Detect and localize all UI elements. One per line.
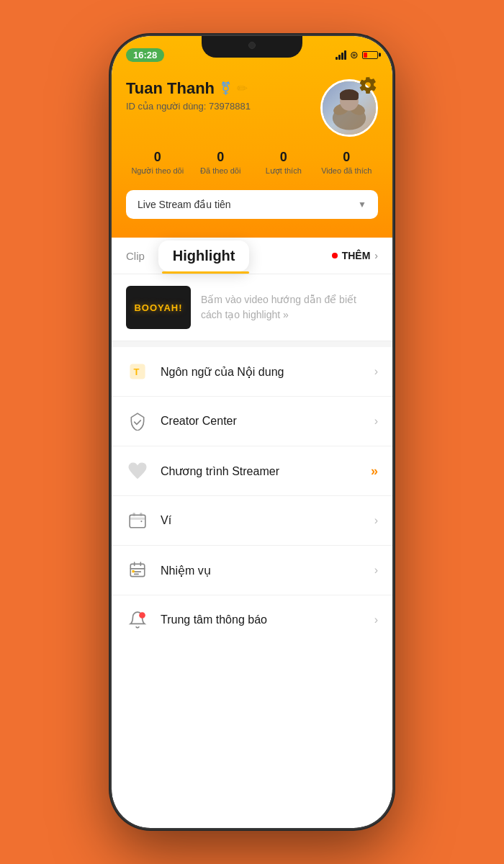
wallet-icon xyxy=(128,511,147,530)
svg-text:T: T xyxy=(134,366,140,377)
highlight-description: Bấm vào video hướng dẫn để biết cách tạo… xyxy=(201,292,378,323)
menu-item-language[interactable]: T Ngôn ngữ của Nội dung › xyxy=(112,347,392,397)
tasks-icon xyxy=(128,561,147,580)
creator-icon-wrapper xyxy=(126,410,149,433)
creator-icon xyxy=(128,412,147,431)
notifications-label: Trung tâm thông báo xyxy=(161,613,363,626)
streamer-icon-wrapper xyxy=(126,459,149,482)
profile-name: Tuan Thanh xyxy=(126,79,215,98)
stats-row: 0 Người theo dõi 0 Đã theo dõi 0 Lượt th… xyxy=(126,143,378,183)
stat-liked-videos[interactable]: 0 Video đã thích xyxy=(315,150,379,176)
tab-clip[interactable]: Clip xyxy=(126,238,145,274)
content-area: BOOYAH! Bấm vào video hướng dẫn để biết … xyxy=(112,274,392,644)
svg-rect-10 xyxy=(130,518,145,520)
streamer-icon xyxy=(128,462,147,480)
profile-id: ID của người dùng: 73978881 xyxy=(126,101,320,112)
notifications-icon-wrapper xyxy=(126,608,149,631)
wifi-icon: ⊛ xyxy=(350,49,359,60)
stat-following[interactable]: 0 Đã theo dõi xyxy=(189,150,253,176)
creator-label: Creator Center xyxy=(161,415,363,428)
battery-fill xyxy=(364,53,367,58)
menu-item-tasks[interactable]: Nhiệm vụ › xyxy=(112,546,392,595)
language-chevron-icon: › xyxy=(374,365,378,378)
following-label: Đã theo dõi xyxy=(189,166,253,175)
profile-main: Tuan Thanh ⚧ ✏ ID của người dùng: 739788… xyxy=(126,79,378,137)
dropdown-arrow-icon: ▼ xyxy=(358,199,366,210)
profile-info: Tuan Thanh ⚧ ✏ ID của người dùng: 739788… xyxy=(126,79,320,123)
tasks-chevron-icon: › xyxy=(374,564,378,577)
wallet-chevron-icon: › xyxy=(374,514,378,527)
wallet-label: Ví xyxy=(161,514,363,527)
svg-rect-11 xyxy=(133,513,135,516)
streamer-label: Chương trình Streamer xyxy=(161,464,359,478)
menu-item-notifications[interactable]: Trung tâm thông báo › xyxy=(112,595,392,644)
tasks-icon-wrapper xyxy=(126,559,149,582)
stat-likes[interactable]: 0 Lượt thích xyxy=(252,150,315,176)
tabs-section: Clip Highlight THÊM › xyxy=(112,238,392,274)
add-chevron-icon: › xyxy=(374,250,378,261)
svg-rect-14 xyxy=(132,570,134,572)
likes-label: Lượt thích xyxy=(252,166,315,176)
notifications-chevron-icon: › xyxy=(374,613,378,626)
likes-count: 0 xyxy=(252,150,315,165)
gear-icon xyxy=(359,76,377,94)
tabs-left: Clip Highlight xyxy=(126,238,249,274)
camera xyxy=(248,42,256,49)
svg-rect-12 xyxy=(140,513,142,516)
bell-icon xyxy=(128,611,147,629)
tab-clip-label: Clip xyxy=(126,250,145,262)
streamer-chevron-icon: » xyxy=(371,464,378,479)
liked-videos-label: Video đã thích xyxy=(315,166,379,175)
language-icon: T xyxy=(128,362,147,381)
tasks-label: Nhiệm vụ xyxy=(161,564,363,577)
wallet-icon-wrapper xyxy=(126,509,149,532)
edit-icon[interactable]: ✏ xyxy=(237,81,248,96)
highlight-tooltip: Highlight xyxy=(158,240,250,271)
followers-label: Người theo dõi xyxy=(126,166,189,176)
svg-rect-9 xyxy=(130,515,145,527)
status-icons: ⊛ xyxy=(336,49,378,60)
settings-button[interactable] xyxy=(356,73,379,96)
tab-highlight[interactable]: Highlight xyxy=(162,238,250,274)
phone-screen: 16:28 ⊛ xyxy=(112,36,392,828)
tab-active-bar xyxy=(162,271,250,274)
livestream-label: Live Stream đầu tiên xyxy=(138,199,231,210)
notch xyxy=(202,36,302,58)
following-count: 0 xyxy=(189,150,253,165)
phone-frame: 16:28 ⊛ xyxy=(112,36,392,828)
menu-list: T Ngôn ngữ của Nội dung › xyxy=(112,347,392,644)
tabs-row: Clip Highlight THÊM › xyxy=(126,238,378,274)
svg-point-15 xyxy=(139,612,145,618)
followers-count: 0 xyxy=(126,150,189,165)
livestream-dropdown[interactable]: Live Stream đầu tiên ▼ xyxy=(126,190,378,219)
menu-item-wallet[interactable]: Ví › xyxy=(112,496,392,546)
gender-icon: ⚧ xyxy=(220,81,231,96)
add-label: THÊM xyxy=(342,250,371,261)
language-icon-wrapper: T xyxy=(126,360,149,383)
liked-videos-count: 0 xyxy=(315,150,379,165)
menu-item-streamer[interactable]: Chương trình Streamer » xyxy=(112,446,392,496)
battery-icon xyxy=(362,51,378,59)
menu-item-creator[interactable]: Creator Center › xyxy=(112,397,392,446)
app-content: Tuan Thanh ⚧ ✏ ID của người dùng: 739788… xyxy=(112,36,392,828)
stat-followers[interactable]: 0 Người theo dõi xyxy=(126,150,189,176)
booyah-label: BOOYAH! xyxy=(134,302,182,313)
signal-icon xyxy=(336,50,346,60)
language-label: Ngôn ngữ của Nội dung xyxy=(161,365,363,379)
video-thumbnail[interactable]: BOOYAH! xyxy=(126,286,191,329)
status-time: 16:28 xyxy=(126,48,164,62)
live-dot-icon xyxy=(332,253,338,258)
creator-chevron-icon: › xyxy=(374,415,378,428)
highlight-preview[interactable]: BOOYAH! Bấm vào video hướng dẫn để biết … xyxy=(112,274,392,341)
tab-highlight-label: Highlight xyxy=(173,248,235,264)
profile-name-row: Tuan Thanh ⚧ ✏ xyxy=(126,79,320,98)
add-button[interactable]: THÊM › xyxy=(332,250,378,261)
